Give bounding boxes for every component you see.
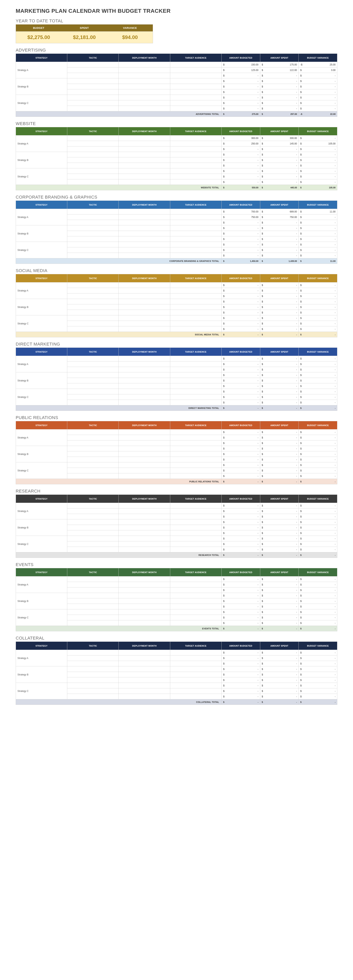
money-cell[interactable]: $ [260, 288, 299, 293]
money-cell[interactable]: $250.00 [221, 141, 260, 146]
money-cell[interactable]: $ [260, 582, 299, 587]
money-cell[interactable]: $ [260, 541, 299, 547]
cell[interactable] [170, 395, 221, 400]
cell[interactable] [67, 299, 119, 304]
money-cell[interactable]: $ [260, 536, 299, 541]
money-cell[interactable]: $ [299, 174, 337, 179]
cell[interactable] [67, 525, 119, 530]
money-cell[interactable]: $11.00 [299, 209, 337, 215]
cell[interactable] [119, 508, 170, 514]
cell[interactable] [119, 519, 170, 525]
money-cell[interactable]: $ [260, 462, 299, 468]
money-cell[interactable]: $ [299, 84, 337, 89]
cell[interactable] [67, 174, 119, 179]
money-cell[interactable]: $ [221, 299, 260, 304]
cell[interactable] [67, 282, 119, 288]
money-cell[interactable]: $11.00 [299, 258, 337, 264]
cell[interactable] [67, 236, 119, 242]
cell[interactable] [119, 514, 170, 519]
money-cell[interactable]: $ [299, 435, 337, 441]
strategy-cell[interactable]: Strategy C [16, 242, 67, 258]
cell[interactable] [119, 383, 170, 389]
money-cell[interactable]: $750.00 [221, 215, 260, 220]
money-cell[interactable]: $ [299, 468, 337, 473]
cell[interactable] [119, 694, 170, 699]
money-cell[interactable]: $- [299, 552, 337, 558]
cell[interactable] [119, 100, 170, 106]
cell[interactable] [119, 146, 170, 152]
cell[interactable] [67, 576, 119, 582]
cell[interactable] [170, 84, 221, 89]
cell[interactable] [67, 146, 119, 152]
money-cell[interactable]: $ [260, 236, 299, 242]
cell[interactable] [170, 508, 221, 514]
money-cell[interactable]: $ [299, 514, 337, 519]
money-cell[interactable]: $ [221, 236, 260, 242]
cell[interactable] [67, 503, 119, 508]
cell[interactable] [67, 67, 119, 73]
money-cell[interactable]: $ [221, 615, 260, 620]
cell[interactable] [119, 468, 170, 473]
money-cell[interactable]: $3.00 [299, 67, 337, 73]
cell[interactable] [170, 672, 221, 678]
cell[interactable] [119, 242, 170, 247]
cell[interactable] [67, 541, 119, 547]
cell[interactable] [119, 430, 170, 435]
money-cell[interactable]: $ [221, 389, 260, 395]
money-cell[interactable]: $ [221, 576, 260, 582]
cell[interactable] [67, 667, 119, 672]
money-cell[interactable]: $105.00 [299, 141, 337, 146]
cell[interactable] [170, 163, 221, 169]
money-cell[interactable]: $- [221, 332, 260, 337]
cell[interactable] [67, 615, 119, 620]
money-cell[interactable]: -$22.00 [299, 111, 337, 117]
money-cell[interactable]: $ [260, 615, 299, 620]
cell[interactable] [119, 576, 170, 582]
money-cell[interactable]: $ [299, 146, 337, 152]
money-cell[interactable]: $ [260, 650, 299, 655]
cell[interactable] [170, 356, 221, 361]
cell[interactable] [170, 169, 221, 174]
cell[interactable] [119, 152, 170, 158]
strategy-cell[interactable]: Strategy B [16, 225, 67, 242]
cell[interactable] [119, 209, 170, 215]
money-cell[interactable]: $ [221, 547, 260, 552]
money-cell[interactable]: $ [299, 163, 337, 169]
cell[interactable] [170, 299, 221, 304]
strategy-cell[interactable]: Strategy A [16, 282, 67, 299]
money-cell[interactable]: $- [299, 405, 337, 411]
cell[interactable] [119, 84, 170, 89]
money-cell[interactable]: $ [221, 446, 260, 452]
cell[interactable] [170, 293, 221, 299]
money-cell[interactable]: $ [260, 655, 299, 661]
money-cell[interactable]: $ [221, 288, 260, 293]
money-cell[interactable]: $ [260, 672, 299, 678]
cell[interactable] [67, 609, 119, 615]
cell[interactable] [170, 598, 221, 604]
money-cell[interactable]: $ [299, 378, 337, 383]
cell[interactable] [119, 473, 170, 479]
cell[interactable] [119, 650, 170, 655]
cell[interactable] [67, 530, 119, 536]
cell[interactable] [67, 158, 119, 163]
cell[interactable] [119, 106, 170, 111]
cell[interactable] [170, 468, 221, 473]
strategy-cell[interactable]: Strategy B [16, 667, 67, 683]
cell[interactable] [67, 508, 119, 514]
money-cell[interactable]: $ [299, 593, 337, 598]
money-cell[interactable]: $ [260, 247, 299, 253]
cell[interactable] [119, 688, 170, 694]
money-cell[interactable]: $ [299, 609, 337, 615]
money-cell[interactable]: $ [260, 694, 299, 699]
cell[interactable] [119, 179, 170, 185]
cell[interactable] [67, 310, 119, 315]
money-cell[interactable]: $ [221, 78, 260, 84]
cell[interactable] [170, 326, 221, 332]
money-cell[interactable]: $ [221, 430, 260, 435]
cell[interactable] [67, 225, 119, 231]
money-cell[interactable]: $ [221, 395, 260, 400]
money-cell[interactable]: $ [260, 152, 299, 158]
cell[interactable] [119, 293, 170, 299]
money-cell[interactable]: $1,439.00 [260, 258, 299, 264]
money-cell[interactable]: $ [221, 315, 260, 321]
